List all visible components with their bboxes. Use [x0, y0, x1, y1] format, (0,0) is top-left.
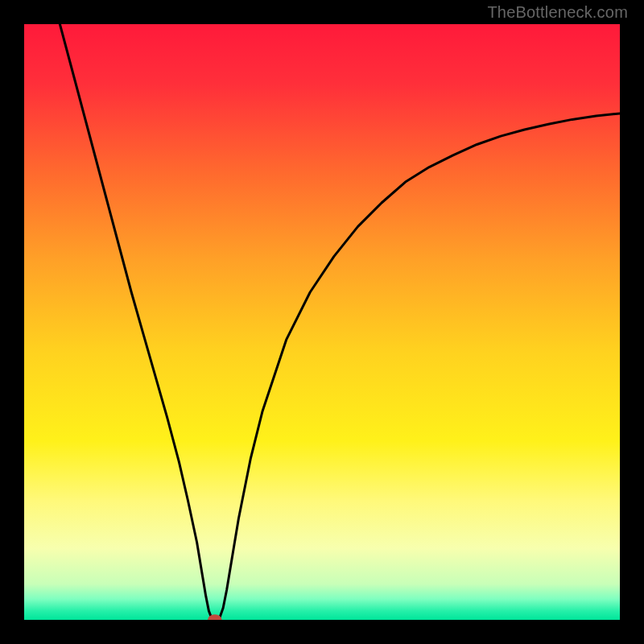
- gradient-background: [24, 24, 620, 620]
- watermark-text: TheBottleneck.com: [487, 3, 628, 22]
- chart-svg: [24, 24, 620, 620]
- chart-page: TheBottleneck.com: [0, 0, 644, 644]
- plot-area: [24, 24, 620, 620]
